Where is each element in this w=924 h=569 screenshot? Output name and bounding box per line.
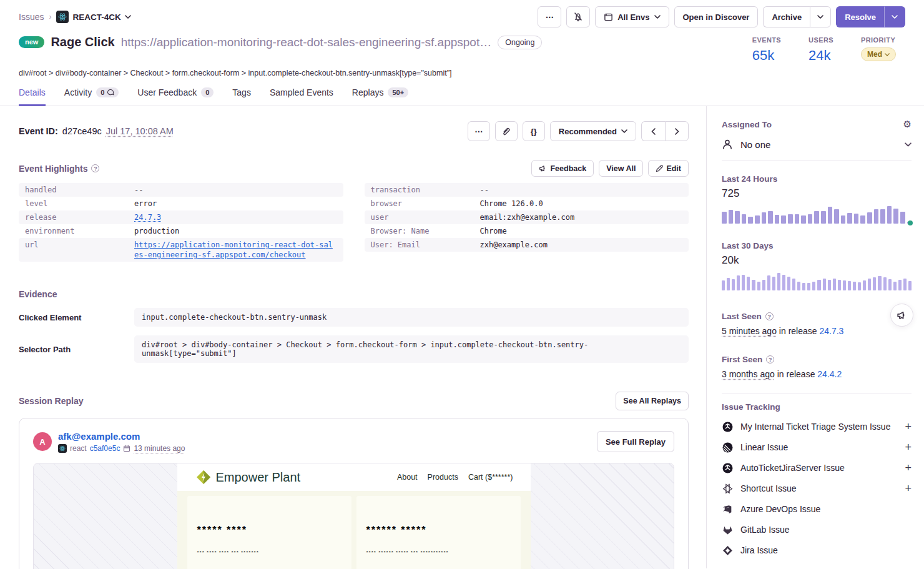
replay-user-email-link[interactable]: afk@example.com [58, 431, 185, 442]
issue-tracking-item: GitLab Issue [722, 524, 912, 535]
chart-bar [762, 212, 767, 224]
stat-priority: PRIORITY Med [861, 36, 896, 64]
chart-bar [768, 211, 773, 224]
chart-bar [801, 215, 806, 224]
event-link-button[interactable] [495, 121, 518, 141]
gear-icon[interactable]: ⚙ [903, 119, 912, 130]
archive-dropdown-button[interactable] [810, 6, 831, 27]
issue-header: new Rage Click https://application-monit… [0, 30, 924, 64]
priority-dropdown[interactable]: Med [861, 47, 896, 61]
main-content: Event ID: d27ce49c Jul 17, 10:08 AM ⋯ {}… [0, 106, 706, 568]
issue-tracking-label[interactable]: GitLab Issue [740, 525, 912, 535]
tab-sampled-events[interactable]: Sampled Events [270, 87, 333, 106]
event-picker-dropdown[interactable]: Recommended [550, 121, 636, 141]
issue-details-page: Issues › REACT-4CK ⋯ All Envs Open in Di… [0, 0, 924, 569]
chevron-down-icon [621, 129, 627, 133]
help-icon[interactable]: ? [766, 355, 774, 364]
event-more-button[interactable]: ⋯ [468, 121, 490, 141]
url-link[interactable]: https://application-monitoring-react-dot… [134, 240, 333, 259]
add-issue-button[interactable]: + [905, 442, 912, 453]
chart-bar [722, 212, 727, 224]
chart-bar [858, 282, 861, 290]
issue-title-block: new Rage Click https://application-monit… [19, 35, 542, 64]
chart-bar [908, 281, 912, 290]
feedback-button[interactable]: Feedback [531, 160, 594, 177]
chart-bar [782, 275, 785, 290]
event-json-button[interactable]: {} [523, 121, 545, 141]
tab-details[interactable]: Details [19, 87, 46, 106]
last-seen-release-link[interactable]: 24.7.3 [819, 326, 843, 336]
chart-bar [812, 282, 815, 290]
users-count[interactable]: 24k [808, 47, 833, 64]
mute-alerts-button[interactable] [566, 6, 590, 27]
assignee-value: No one [740, 139, 770, 150]
more-actions-button[interactable]: ⋯ [538, 6, 561, 27]
see-full-replay-button[interactable]: See Full Replay [597, 431, 674, 452]
tab-activity[interactable]: Activity0 [64, 87, 119, 106]
add-issue-button[interactable]: + [905, 421, 912, 432]
see-all-replays-button[interactable]: See All Replays [616, 392, 689, 410]
issue-tracking-label[interactable]: Shortcut Issue [740, 483, 905, 493]
event-toolbar: ⋯ {} Recommended [468, 121, 689, 141]
chart-bar [873, 277, 876, 290]
tab-tags[interactable]: Tags [232, 87, 251, 106]
add-issue-button[interactable]: + [905, 462, 912, 473]
highlight-row: levelerror [19, 197, 343, 210]
chart-bar [860, 215, 865, 224]
release-link[interactable]: 24.7.3 [134, 213, 161, 222]
chart-bar [752, 280, 755, 290]
previous-event-button[interactable] [641, 121, 665, 141]
feedback-fab-button[interactable] [890, 304, 913, 327]
events-count[interactable]: 65k [752, 47, 781, 64]
calendar-icon [123, 445, 130, 452]
issue-tracking-label[interactable]: AutoTicketJiraServer Issue [740, 463, 905, 473]
issue-tracking-label[interactable]: Jira Issue [740, 545, 912, 555]
replay-id-link[interactable]: c5af0e5c [90, 444, 120, 453]
issue-tracking-label[interactable]: My Internal Ticket Triage System Issue [740, 422, 905, 432]
product-card: ****** ********* ****** ***** *** ******… [356, 496, 521, 569]
event-highlights-title: Event Highlights ? [19, 164, 99, 174]
megaphone-icon [539, 164, 547, 172]
breadcrumb-issues[interactable]: Issues [19, 12, 44, 22]
help-icon[interactable]: ? [765, 312, 774, 320]
sidebar: Assigned To ⚙ No one Last 24 Hours 725 L… [707, 106, 924, 568]
chart-bar [841, 215, 846, 224]
pencil-icon [656, 165, 663, 172]
chart-bar [833, 279, 836, 290]
resolve-button[interactable]: Resolve [836, 6, 884, 27]
chart-bar [834, 209, 839, 224]
archive-button[interactable]: Archive [763, 6, 810, 27]
chart-bar [722, 280, 725, 290]
help-icon[interactable]: ? [91, 164, 99, 172]
environment-filter-button[interactable]: All Envs [595, 6, 669, 27]
ongoing-badge: Ongoing [498, 36, 542, 49]
replay-time-ago[interactable]: 13 minutes ago [134, 444, 185, 453]
chart-bar [893, 209, 898, 224]
site-nav-link[interactable]: Cart ($******) [468, 473, 513, 482]
site-nav-link[interactable]: About [397, 473, 418, 482]
chevron-down-icon [905, 142, 912, 147]
react-project-icon [56, 11, 69, 23]
first-seen-release-link[interactable]: 24.4.2 [817, 369, 842, 379]
new-badge: new [19, 36, 44, 48]
replay-viewport[interactable]: Empower Plant AboutProductsCart ($******… [33, 463, 674, 569]
issue-tracking-label[interactable]: Linear Issue [740, 442, 905, 452]
next-event-button[interactable] [665, 121, 689, 141]
chart-bar [767, 275, 770, 290]
project-selector[interactable]: REACT-4CK [56, 11, 130, 23]
view-all-button[interactable]: View All [599, 160, 643, 177]
resolve-dropdown-button[interactable] [884, 6, 905, 27]
add-issue-button[interactable]: + [905, 483, 912, 494]
site-nav-link[interactable]: Products [428, 473, 458, 482]
assignee-dropdown[interactable]: No one [722, 139, 912, 161]
tab-replays[interactable]: Replays50+ [352, 87, 408, 106]
first-seen-value: 3 months ago in release 24.4.2 [722, 369, 912, 379]
tab-user-feedback[interactable]: User Feedback0 [137, 87, 214, 106]
highlights-table-left: handled--levelerrorrelease24.7.3environm… [19, 183, 343, 262]
event-timestamp[interactable]: Jul 17, 10:08 AM [106, 126, 174, 136]
edit-button[interactable]: Edit [648, 160, 689, 177]
issue-tracking-label[interactable]: Azure DevOps Issue [740, 504, 912, 514]
chart-bar [853, 282, 856, 290]
highlight-row: urlhttps://application-monitoring-react-… [19, 238, 343, 262]
open-in-discover-button[interactable]: Open in Discover [674, 6, 759, 27]
